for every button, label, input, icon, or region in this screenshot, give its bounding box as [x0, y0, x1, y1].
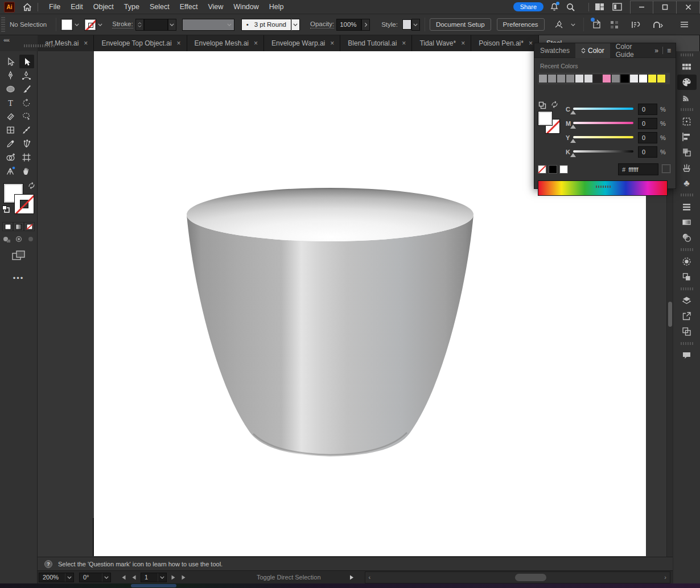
scroll-right-icon[interactable]: › — [661, 574, 670, 581]
scroll-left-icon[interactable]: ‹ — [365, 574, 374, 581]
cyan-value-field[interactable]: 0 — [638, 104, 657, 115]
maximize-button[interactable] — [653, 1, 677, 14]
stroke-weight-dropdown-icon[interactable] — [168, 19, 176, 31]
collapse-panels-icon[interactable]: «« — [3, 36, 9, 43]
transform-panel-icon[interactable] — [677, 114, 697, 129]
vertical-scrollbar-thumb[interactable] — [668, 302, 672, 327]
fill-color-control[interactable] — [61, 19, 81, 31]
stroke-weight-field[interactable] — [144, 19, 168, 31]
zoom-level-dropdown[interactable]: 200% — [39, 573, 74, 582]
color-guide-panel-icon[interactable] — [677, 90, 697, 105]
menu-window[interactable]: Window — [228, 0, 263, 14]
rotate-tool[interactable] — [19, 96, 34, 109]
dock-grip[interactable] — [681, 54, 693, 56]
ellipse-tool[interactable] — [3, 82, 18, 96]
close-button[interactable] — [677, 1, 700, 14]
cyan-slider[interactable] — [573, 108, 633, 110]
opacity-expand-icon[interactable] — [361, 19, 370, 31]
layers-panel-icon[interactable] — [677, 293, 697, 309]
zoom-dropdown-icon[interactable] — [65, 573, 73, 582]
curvature-tool[interactable] — [19, 68, 34, 82]
workspace-switcher-icon[interactable] — [595, 3, 604, 11]
stroke-weight-label[interactable]: Stroke: — [112, 20, 133, 28]
snap-to-glyph-icon[interactable] — [653, 20, 664, 29]
panel-menu-icon[interactable]: ≡ — [667, 47, 671, 55]
swap-fill-stroke-icon[interactable] — [28, 182, 35, 191]
gradient-mode-button[interactable] — [13, 222, 24, 231]
stroke-weight-stepper[interactable] — [135, 19, 144, 31]
shape-builder-tool[interactable] — [3, 150, 18, 164]
eyedropper-tool[interactable] — [3, 137, 18, 150]
horizontal-scrollbar[interactable]: ‹ › — [365, 571, 670, 583]
white-swatch[interactable] — [559, 165, 568, 174]
fill-stroke-mini-icon[interactable] — [538, 101, 546, 111]
stroke-proxy-swatch[interactable] — [14, 194, 34, 214]
last-artboard-icon[interactable] — [181, 575, 187, 580]
artboard-dropdown-icon[interactable] — [158, 573, 166, 582]
yellow-slider[interactable] — [573, 136, 633, 138]
question-mark-icon[interactable]: ? — [44, 560, 52, 568]
recent-color-swatch[interactable] — [639, 74, 648, 83]
touch-workspace-icon[interactable] — [610, 20, 619, 29]
stroke-dropdown-icon[interactable] — [96, 19, 104, 31]
edit-toolbar-button[interactable]: ••• — [0, 274, 37, 282]
default-fill-stroke-icon[interactable] — [2, 205, 10, 215]
type-tool[interactable]: T — [3, 96, 18, 109]
tab-color[interactable]: Color — [575, 43, 610, 58]
none-swatch[interactable] — [538, 165, 546, 174]
search-icon[interactable] — [566, 3, 575, 11]
slider-thumb[interactable] — [570, 125, 576, 129]
magenta-value-field[interactable]: 0 — [638, 118, 657, 129]
panel-grip[interactable] — [1, 17, 5, 32]
symbols-panel-icon[interactable]: ♣ — [677, 175, 697, 191]
minimize-button[interactable] — [630, 1, 653, 14]
slider-thumb[interactable] — [570, 139, 576, 143]
menu-help[interactable]: Help — [264, 0, 289, 14]
tab-close-icon[interactable]: × — [461, 39, 465, 47]
direct-selection-tool[interactable] — [19, 55, 34, 68]
mesh-tool[interactable] — [3, 123, 18, 137]
color-spectrum-bar[interactable] — [538, 180, 668, 196]
eraser-tool[interactable] — [3, 109, 18, 123]
lasso-tool[interactable] — [19, 109, 34, 123]
fill-swatch[interactable] — [61, 19, 73, 31]
recent-color-swatch[interactable] — [593, 74, 602, 83]
horizontal-scrollbar-thumb[interactable] — [515, 574, 546, 581]
fill-proxy-swatch[interactable] — [538, 111, 553, 126]
menu-type[interactable]: Type — [119, 0, 145, 14]
recent-color-swatch[interactable] — [629, 74, 639, 83]
stroke-panel-icon[interactable] — [677, 199, 697, 215]
menu-edit[interactable]: Edit — [65, 0, 88, 14]
menu-select[interactable]: Select — [145, 0, 175, 14]
draw-normal-button[interactable] — [2, 235, 12, 243]
paintbrush-tool[interactable] — [19, 82, 34, 96]
opacity-label[interactable]: Opacity: — [310, 20, 334, 28]
variable-width-profile-dropdown[interactable] — [182, 19, 234, 31]
notifications-bell-icon[interactable] — [550, 3, 558, 11]
black-value-field[interactable]: 0 — [638, 146, 657, 158]
share-button[interactable]: Share — [513, 2, 543, 11]
artboard-tool[interactable] — [19, 150, 34, 164]
app-logo-icon[interactable]: Ai — [4, 2, 15, 13]
artboards-panel-icon[interactable] — [677, 324, 697, 339]
stroke-swatch-none[interactable] — [84, 19, 96, 31]
appearance-panel-icon[interactable] — [677, 254, 697, 269]
tab-color-guide[interactable]: Color Guide — [610, 43, 655, 58]
tab-art-mesh[interactable]: art Mesh.ai × — [38, 35, 94, 51]
recent-color-swatch[interactable] — [620, 74, 629, 83]
next-artboard-icon[interactable] — [170, 575, 176, 580]
document-setup-button[interactable]: Document Setup — [430, 18, 491, 31]
graphic-styles-panel-icon[interactable] — [677, 269, 697, 285]
screen-mode-button[interactable] — [0, 250, 37, 261]
recent-color-swatch[interactable] — [575, 74, 584, 83]
path-segment[interactable] — [93, 518, 94, 556]
artboard-number-dropdown[interactable]: 1 — [141, 573, 167, 582]
properties-toggle-icon[interactable] — [631, 20, 640, 29]
slider-thumb[interactable] — [570, 110, 576, 114]
dock-grip[interactable] — [24, 44, 55, 47]
panel-menu-icon[interactable] — [680, 21, 689, 28]
brushes-panel-icon[interactable] — [677, 160, 697, 175]
brush-dropdown-icon[interactable] — [291, 19, 300, 31]
preferences-button[interactable]: Preferences — [497, 18, 545, 31]
color-panel-icon[interactable] — [677, 75, 697, 90]
